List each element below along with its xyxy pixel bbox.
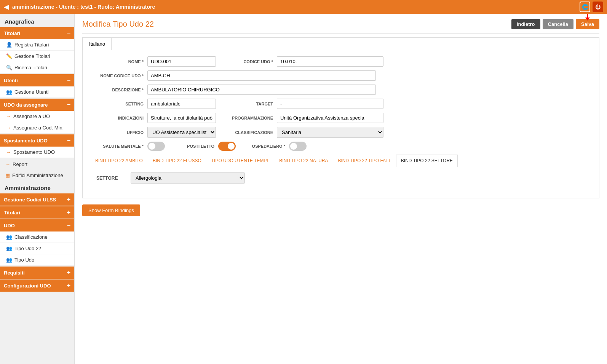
arrow-icon: → [6,125,11,131]
form-row-toggles: SALUTE MENTALE * POSTI LETTO OSPEDALIERO… [90,142,591,151]
layout: Anagrafica Titolari − 👤 Registra Titolar… [0,14,607,364]
posti-letto-slider [218,142,236,151]
target-input[interactable] [277,99,383,109]
indietro-button[interactable]: Indietro [511,19,540,29]
sidebar-group-header-gestione-codici[interactable]: Gestione Codici ULSS + [0,193,74,206]
sidebar-group-header-spostamento[interactable]: Spostamento UDO − [0,134,74,147]
sidebar-item-tipo-udo[interactable]: 👥 Tipo Udo [0,254,74,266]
top-bar-icons: 🌐 ⏻ [580,2,603,12]
sidebar-group-configurazioni-udo: Configurazioni UDO + [0,279,74,292]
tab-italiano[interactable]: Italiano [83,38,112,50]
sidebar-item-label: Assegnare a UO [13,113,50,119]
codice-udo-input[interactable] [277,56,383,67]
form-row-ufficio-classificazione: UFFICIO UO Assistenza specialistica, lis… [90,127,591,138]
toggle-titolari: − [67,30,70,37]
salute-mentale-toggle[interactable] [147,142,165,151]
bind-tab-natura[interactable]: BIND TIPO 22 NATURA [274,155,333,167]
users-icon: 👥 [6,257,12,263]
toggle-titolari-admin: + [67,209,70,216]
sidebar-item-registra-titolari[interactable]: 👤 Registra Titolari [0,39,74,51]
form-row-setting-target: SETTING TARGET [90,99,591,109]
sidebar-group-header-configurazioni-udo[interactable]: Configurazioni UDO + [0,279,74,292]
bind-tab-flusso[interactable]: BIND TIPO 22 FLUSSO [148,155,206,167]
form-row-indicazioni-programmazione: INDICAZIONI PROGRAMMAZIONE [90,113,591,123]
descrizione-input[interactable] [147,85,376,95]
sidebar-item-label: Assegnare a Cod. Min. [13,125,64,131]
settore-label: SETTORE [96,176,127,181]
sidebar-group-header-requisiti[interactable]: Requisiti + [0,267,74,279]
sidebar-group-header-udo-assegnare[interactable]: UDO da assegnare − [0,99,74,111]
sidebar-item-tipo-udo-22[interactable]: 👥 Tipo Udo 22 [0,243,74,254]
bind-tab-settore[interactable]: BIND TIPO 22 SETTORE [396,155,458,167]
building-icon: ▦ [5,172,10,178]
sidebar-item-report[interactable]: → Report [0,159,74,170]
sidebar-item-label: Gestione Utenti [14,89,49,95]
sidebar-group-header-utenti[interactable]: Utenti − [0,74,74,86]
indicazioni-input[interactable] [147,113,216,123]
sidebar-group-items-udo-assegnare: → Assegnare a UO → Assegnare a Cod. Min. [0,111,74,134]
red-arrow-indicator [585,14,590,21]
bind-tab-tipo-fatt[interactable]: BIND TIPO 22 TIPO FATT [333,155,396,167]
power-button[interactable]: ⏻ [593,2,603,12]
sidebar-group-header-titolari-admin[interactable]: Titolari + [0,206,74,219]
sidebar-item-edifici[interactable]: ▦ Edifici Amministrazione [0,170,74,181]
bind-tab-ambito[interactable]: BIND TIPO 22 AMBITO [90,155,148,167]
search-icon: 🔍 [6,65,12,70]
sidebar-group-header-titolari[interactable]: Titolari − [0,27,74,39]
sidebar-item-label: Spostamento UDO [13,149,55,155]
sidebar-item-label: Tipo Udo [14,257,34,263]
codice-udo-label: CODICE UDO * [220,59,273,64]
sidebar-item-classificazione[interactable]: 👥 Classificazione [0,231,74,243]
sidebar-item-assegnare-cod-min[interactable]: → Assegnare a Cod. Min. [0,122,74,134]
salva-button[interactable]: Salva [576,19,599,29]
toggle-utenti: − [67,77,70,84]
nome-input[interactable] [147,56,216,67]
sidebar-group-items-utenti: 👥 Gestione Utenti [0,86,74,98]
target-label: TARGET [220,102,273,106]
bind-tabs: BIND TIPO 22 AMBITO BIND TIPO 22 FLUSSO … [90,155,591,167]
sidebar-group-requisiti: Requisiti + [0,267,74,279]
sidebar-item-label: Edifici Amministrazione [12,172,63,178]
ospedaliero-toggle[interactable] [289,142,307,151]
sidebar-item-assegnare-uo[interactable]: → Assegnare a UO [0,111,74,122]
globe-button[interactable]: 🌐 [580,2,590,12]
sidebar-group-items-titolari: 👤 Registra Titolari ✏️ Gestione Titolari… [0,39,74,73]
sidebar-item-gestione-utenti[interactable]: 👥 Gestione Utenti [0,86,74,98]
person-icon: 👤 [6,42,12,48]
sidebar-group-header-udo-admin[interactable]: UDO − [0,219,74,231]
sidebar-group-gestione-codici: Gestione Codici ULSS + [0,193,74,206]
users-icon: 👥 [6,89,12,95]
menu-arrow-icon: ◀ [4,3,9,11]
ospedaliero-label: OSPEDALIERO * [240,144,285,148]
nome-codice-udo-label: NOME CODICE UDO * [90,73,144,78]
show-form-bindings-button[interactable]: Show Form Bindings [82,204,140,216]
sidebar-item-ricerca-titolari[interactable]: 🔍 Ricerca Titolari [0,62,74,73]
top-bar-left: ◀ amministrazione - Utente : test1 - Ruo… [4,3,155,11]
arrow-icon: → [6,113,11,119]
bind-tab-utente-templ[interactable]: TIPO UDO UTENTE TEMPL [206,155,274,167]
content-header: Modifica Tipo Udo 22 Indietro Cancella S… [75,14,607,33]
ufficio-select[interactable]: UO Assistenza specialistica, liste d [147,127,216,138]
sidebar-group-items-spostamento: → Spostamento UDO [0,147,74,158]
sidebar-group-label: Configurazioni UDO [4,283,51,289]
posti-letto-toggle[interactable] [218,142,236,151]
ufficio-label: UFFICIO [90,130,144,135]
sidebar-group-spostamento-udo: Spostamento UDO − → Spostamento UDO [0,134,74,158]
sidebar-item-label: Report [13,161,27,167]
header-buttons: Indietro Cancella Salva [511,19,599,29]
classificazione-label: CLASSIFICAZIONE [220,130,273,135]
classificazione-select[interactable]: Sanitaria [277,127,383,138]
programmazione-input[interactable] [277,113,383,123]
sidebar-item-spostamento-udo[interactable]: → Spostamento UDO [0,147,74,158]
settore-select[interactable]: Allergologia Cardiologia Dermatologia Ne… [131,172,245,184]
sidebar-group-label: Gestione Codici ULSS [4,197,56,203]
sidebar-item-gestione-titolari[interactable]: ✏️ Gestione Titolari [0,51,74,62]
top-bar-title: amministrazione - Utente : test1 - Ruolo… [12,4,155,10]
setting-input[interactable] [147,99,216,109]
setting-label: SETTING [90,102,144,106]
cancella-button[interactable]: Cancella [543,19,573,29]
toggle-gestione-codici: + [67,196,70,203]
sidebar-group-label-udo-assegnare: UDO da assegnare [4,102,48,108]
nome-codice-udo-input[interactable] [147,70,376,81]
descrizione-label: DESCRIZIONE * [90,88,144,92]
